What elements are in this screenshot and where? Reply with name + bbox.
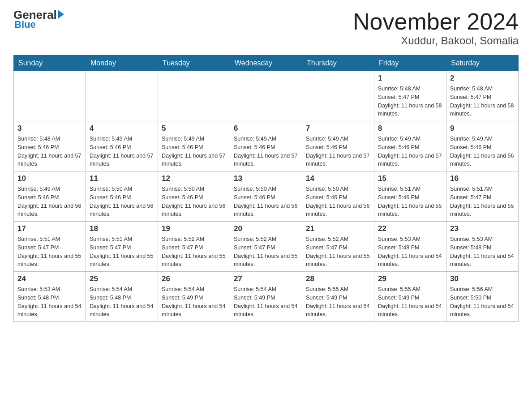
day-number: 27 <box>234 274 298 283</box>
logo-arrow-icon <box>58 10 64 19</box>
day-info: Sunrise: 5:49 AMSunset: 5:46 PMDaylight:… <box>17 185 82 218</box>
calendar-cell: 11Sunrise: 5:50 AMSunset: 5:46 PMDayligh… <box>86 171 158 222</box>
calendar-cell: 21Sunrise: 5:52 AMSunset: 5:47 PMDayligh… <box>302 222 374 272</box>
calendar-table: Sunday Monday Tuesday Wednesday Thursday… <box>13 55 519 322</box>
day-number: 4 <box>90 124 154 133</box>
day-number: 16 <box>450 174 515 183</box>
day-number: 9 <box>450 124 515 133</box>
week-row-5: 24Sunrise: 5:53 AMSunset: 5:48 PMDayligh… <box>14 272 519 322</box>
calendar-cell: 2Sunrise: 5:48 AMSunset: 5:47 PMDaylight… <box>446 71 519 121</box>
day-number: 19 <box>162 224 226 233</box>
day-number: 3 <box>17 124 82 133</box>
day-info: Sunrise: 5:55 AMSunset: 5:49 PMDaylight:… <box>306 285 370 319</box>
day-info: Sunrise: 5:50 AMSunset: 5:46 PMDaylight:… <box>306 185 370 218</box>
header-tuesday: Tuesday <box>158 56 230 71</box>
day-info: Sunrise: 5:48 AMSunset: 5:47 PMDaylight:… <box>450 85 515 118</box>
day-info: Sunrise: 5:49 AMSunset: 5:46 PMDaylight:… <box>162 135 226 168</box>
day-number: 12 <box>162 174 226 183</box>
day-number: 18 <box>90 224 154 233</box>
calendar-cell: 5Sunrise: 5:49 AMSunset: 5:46 PMDaylight… <box>158 121 230 171</box>
day-info: Sunrise: 5:53 AMSunset: 5:48 PMDaylight:… <box>450 235 515 269</box>
day-number: 23 <box>450 224 515 233</box>
day-number: 30 <box>450 274 515 283</box>
day-info: Sunrise: 5:51 AMSunset: 5:46 PMDaylight:… <box>378 185 442 218</box>
day-info: Sunrise: 5:56 AMSunset: 5:50 PMDaylight:… <box>450 285 515 319</box>
week-row-3: 10Sunrise: 5:49 AMSunset: 5:46 PMDayligh… <box>14 171 519 222</box>
day-header-row: Sunday Monday Tuesday Wednesday Thursday… <box>14 56 519 71</box>
header-wednesday: Wednesday <box>230 56 302 71</box>
location-title: Xuddur, Bakool, Somalia <box>353 34 519 47</box>
day-info: Sunrise: 5:50 AMSunset: 5:46 PMDaylight:… <box>162 185 226 218</box>
calendar-cell <box>86 71 158 121</box>
day-number: 10 <box>17 174 82 183</box>
day-info: Sunrise: 5:51 AMSunset: 5:47 PMDaylight:… <box>17 235 82 269</box>
day-number: 1 <box>378 74 442 83</box>
day-info: Sunrise: 5:50 AMSunset: 5:46 PMDaylight:… <box>90 185 154 218</box>
day-number: 14 <box>306 174 370 183</box>
day-number: 21 <box>306 224 370 233</box>
calendar-cell: 28Sunrise: 5:55 AMSunset: 5:49 PMDayligh… <box>302 272 374 322</box>
calendar-cell <box>158 71 230 121</box>
calendar-cell: 20Sunrise: 5:52 AMSunset: 5:47 PMDayligh… <box>230 222 302 272</box>
day-number: 13 <box>234 174 298 183</box>
day-info: Sunrise: 5:52 AMSunset: 5:47 PMDaylight:… <box>306 235 370 269</box>
day-info: Sunrise: 5:51 AMSunset: 5:47 PMDaylight:… <box>450 185 515 218</box>
logo: General Blue <box>13 9 64 30</box>
day-number: 22 <box>378 224 442 233</box>
week-row-1: 1Sunrise: 5:48 AMSunset: 5:47 PMDaylight… <box>14 71 519 121</box>
calendar-cell: 1Sunrise: 5:48 AMSunset: 5:47 PMDaylight… <box>374 71 446 121</box>
calendar-cell: 27Sunrise: 5:54 AMSunset: 5:49 PMDayligh… <box>230 272 302 322</box>
calendar-cell <box>14 71 86 121</box>
calendar-cell: 13Sunrise: 5:50 AMSunset: 5:46 PMDayligh… <box>230 171 302 222</box>
day-number: 5 <box>162 124 226 133</box>
calendar-cell: 22Sunrise: 5:53 AMSunset: 5:48 PMDayligh… <box>374 222 446 272</box>
calendar-cell: 8Sunrise: 5:49 AMSunset: 5:46 PMDaylight… <box>374 121 446 171</box>
header-friday: Friday <box>374 56 446 71</box>
day-info: Sunrise: 5:52 AMSunset: 5:47 PMDaylight:… <box>234 235 298 269</box>
day-number: 28 <box>306 274 370 283</box>
calendar-cell: 23Sunrise: 5:53 AMSunset: 5:48 PMDayligh… <box>446 222 519 272</box>
calendar-cell: 6Sunrise: 5:49 AMSunset: 5:46 PMDaylight… <box>230 121 302 171</box>
header-saturday: Saturday <box>446 56 519 71</box>
page-header: General Blue November 2024 Xuddur, Bakoo… <box>13 9 519 47</box>
day-info: Sunrise: 5:49 AMSunset: 5:46 PMDaylight:… <box>90 135 154 168</box>
day-number: 7 <box>306 124 370 133</box>
calendar-cell: 3Sunrise: 5:48 AMSunset: 5:46 PMDaylight… <box>14 121 86 171</box>
calendar-cell: 4Sunrise: 5:49 AMSunset: 5:46 PMDaylight… <box>86 121 158 171</box>
day-number: 6 <box>234 124 298 133</box>
calendar-cell: 12Sunrise: 5:50 AMSunset: 5:46 PMDayligh… <box>158 171 230 222</box>
day-info: Sunrise: 5:53 AMSunset: 5:48 PMDaylight:… <box>378 235 442 269</box>
day-number: 24 <box>17 274 82 283</box>
day-info: Sunrise: 5:49 AMSunset: 5:46 PMDaylight:… <box>234 135 298 168</box>
day-number: 8 <box>378 124 442 133</box>
day-number: 25 <box>90 274 154 283</box>
calendar-cell <box>230 71 302 121</box>
title-area: November 2024 Xuddur, Bakool, Somalia <box>353 9 519 47</box>
day-info: Sunrise: 5:48 AMSunset: 5:47 PMDaylight:… <box>378 85 442 118</box>
calendar-cell: 9Sunrise: 5:49 AMSunset: 5:46 PMDaylight… <box>446 121 519 171</box>
week-row-2: 3Sunrise: 5:48 AMSunset: 5:46 PMDaylight… <box>14 121 519 171</box>
month-title: November 2024 <box>353 9 519 34</box>
calendar-cell: 30Sunrise: 5:56 AMSunset: 5:50 PMDayligh… <box>446 272 519 322</box>
header-thursday: Thursday <box>302 56 374 71</box>
day-info: Sunrise: 5:48 AMSunset: 5:46 PMDaylight:… <box>17 135 82 168</box>
day-number: 11 <box>90 174 154 183</box>
calendar-cell: 7Sunrise: 5:49 AMSunset: 5:46 PMDaylight… <box>302 121 374 171</box>
day-number: 26 <box>162 274 226 283</box>
day-info: Sunrise: 5:51 AMSunset: 5:47 PMDaylight:… <box>90 235 154 269</box>
calendar-cell: 19Sunrise: 5:52 AMSunset: 5:47 PMDayligh… <box>158 222 230 272</box>
header-sunday: Sunday <box>14 56 86 71</box>
day-number: 2 <box>450 74 515 83</box>
calendar-cell: 25Sunrise: 5:54 AMSunset: 5:48 PMDayligh… <box>86 272 158 322</box>
header-monday: Monday <box>86 56 158 71</box>
day-info: Sunrise: 5:49 AMSunset: 5:46 PMDaylight:… <box>450 135 515 168</box>
calendar-cell: 10Sunrise: 5:49 AMSunset: 5:46 PMDayligh… <box>14 171 86 222</box>
calendar-cell <box>302 71 374 121</box>
day-info: Sunrise: 5:52 AMSunset: 5:47 PMDaylight:… <box>162 235 226 269</box>
day-number: 29 <box>378 274 442 283</box>
day-info: Sunrise: 5:54 AMSunset: 5:49 PMDaylight:… <box>234 285 298 319</box>
calendar-cell: 15Sunrise: 5:51 AMSunset: 5:46 PMDayligh… <box>374 171 446 222</box>
day-info: Sunrise: 5:50 AMSunset: 5:46 PMDaylight:… <box>234 185 298 218</box>
day-number: 15 <box>378 174 442 183</box>
day-info: Sunrise: 5:54 AMSunset: 5:49 PMDaylight:… <box>162 285 226 319</box>
